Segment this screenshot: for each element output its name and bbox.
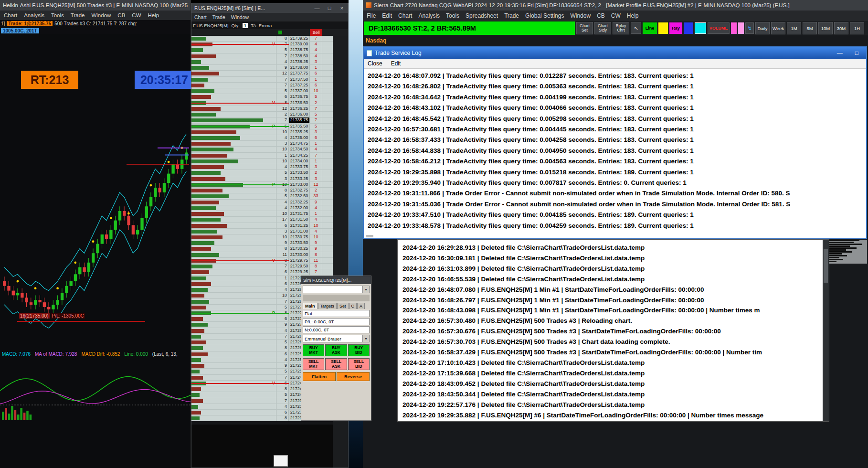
- minimize-icon[interactable]: —: [311, 5, 323, 11]
- minimize-icon[interactable]: —: [837, 50, 843, 56]
- price-cell[interactable]: 21735.25: [289, 129, 310, 135]
- ask-size-cell[interactable]: 4: [310, 47, 322, 53]
- ask-size-cell[interactable]: 1: [310, 211, 322, 216]
- menu-cb[interactable]: CB: [597, 12, 605, 19]
- bid-size-cell[interactable]: 1: [276, 276, 289, 281]
- magenta-swatch-2[interactable]: [738, 22, 744, 34]
- bid-size-cell[interactable]: 12: [276, 71, 289, 76]
- menu-edit[interactable]: Edit: [391, 60, 401, 67]
- ray-tool-button[interactable]: Ray: [669, 22, 682, 34]
- menu-analysis[interactable]: Analysis: [24, 12, 44, 18]
- menu-chart[interactable]: Chart: [194, 14, 207, 20]
- ask-size-cell[interactable]: 10: [310, 88, 322, 94]
- bid-size-cell[interactable]: 5: [276, 47, 289, 53]
- chart-settings-button[interactable]: Chart Set: [576, 22, 593, 34]
- price-cell[interactable]: 21736.00: [289, 112, 310, 117]
- bid-size-cell[interactable]: 6: [276, 223, 289, 228]
- menu-chart[interactable]: Chart: [4, 12, 17, 18]
- sell-ask-button[interactable]: SELL ASK: [325, 358, 347, 370]
- bid-size-cell[interactable]: 7: [276, 375, 289, 380]
- main-titlebar[interactable]: Sierra Chart 2720 Nasdaq CQG WebAPI 2024…: [363, 0, 868, 11]
- ask-size-cell[interactable]: 4: [310, 53, 322, 59]
- line-tool-button[interactable]: Line: [643, 22, 657, 34]
- bid-size-cell[interactable]: 6: [276, 94, 289, 99]
- bid-size-cell[interactable]: 5: [276, 392, 289, 397]
- ladder-row[interactable]: 721729.508: [191, 264, 333, 269]
- ask-size-cell[interactable]: 10: [310, 234, 322, 240]
- ladder-row[interactable]: 421733.753: [191, 164, 333, 170]
- ask-size-cell[interactable]: 9: [310, 246, 322, 251]
- bid-size-cell[interactable]: 4: [276, 164, 289, 170]
- order-type-combo[interactable]: ▾: [303, 286, 370, 293]
- ladder-row[interactable]: 121734.257: [191, 153, 333, 159]
- timeframe-daily[interactable]: Daily: [755, 22, 770, 34]
- ladder-row[interactable]: 421738.253: [191, 59, 333, 65]
- bid-size-cell[interactable]: 11: [276, 252, 289, 257]
- maximize-icon[interactable]: □: [855, 50, 858, 56]
- price-cell[interactable]: 21738.75: [289, 47, 310, 53]
- price-cell[interactable]: 21729.50: [289, 264, 310, 269]
- chart-studies-button[interactable]: Chart Stdy: [594, 22, 611, 34]
- ladder-row[interactable]: V721739.004: [191, 42, 333, 47]
- ask-size-cell[interactable]: 1: [310, 141, 322, 146]
- menu-edit[interactable]: Edit: [382, 12, 392, 19]
- qty-value[interactable]: 1: [243, 23, 248, 28]
- ladder-row[interactable]: 821739.257: [191, 36, 333, 42]
- bid-size-cell[interactable]: 6: [276, 281, 289, 287]
- account-combo[interactable]: Emmanuel Brauer ▾: [303, 335, 370, 342]
- bid-size-cell[interactable]: 2: [276, 112, 289, 117]
- menu-cw[interactable]: CW: [132, 12, 141, 18]
- bid-size-cell[interactable]: 9: [276, 65, 289, 70]
- maximize-icon[interactable]: □: [323, 5, 336, 11]
- tab-main[interactable]: Main: [303, 303, 318, 309]
- bid-size-cell[interactable]: 8: [276, 415, 289, 421]
- bid-size-cell[interactable]: 10: [276, 234, 289, 240]
- price-cell[interactable]: 21732.00: [289, 205, 310, 211]
- menu-trade[interactable]: Trade: [504, 12, 519, 19]
- menu-tools[interactable]: Tools: [446, 12, 459, 19]
- close-icon[interactable]: ×: [336, 5, 348, 11]
- ask-size-cell[interactable]: 7: [310, 153, 322, 158]
- bid-size-cell[interactable]: 9: [276, 322, 289, 327]
- ask-size-cell[interactable]: 4: [310, 42, 322, 47]
- ask-size-cell[interactable]: 11: [310, 258, 322, 263]
- magenta-swatch-1[interactable]: [731, 22, 737, 34]
- chevron-down-icon[interactable]: ▾: [362, 335, 369, 342]
- ask-size-cell[interactable]: 6: [310, 83, 322, 88]
- bid-size-cell[interactable]: 4: [276, 287, 289, 292]
- message-log-scrollbar[interactable]: [823, 240, 829, 421]
- ladder-row[interactable]: 621736.755: [191, 94, 333, 100]
- ladder-row[interactable]: 721738.504: [191, 53, 333, 59]
- buy-ask-button[interactable]: BUY ASK: [325, 344, 347, 356]
- price-cell[interactable]: 21733.25: [289, 176, 310, 181]
- ask-size-cell[interactable]: 7: [310, 269, 322, 275]
- bid-size-cell[interactable]: 4: [276, 59, 289, 64]
- menu-help[interactable]: Help: [627, 12, 639, 19]
- price-cell[interactable]: 21730.25: [289, 246, 310, 251]
- ask-size-cell[interactable]: 9: [310, 240, 322, 245]
- menu-file[interactable]: File: [367, 12, 376, 19]
- timeframe-5m[interactable]: 5M: [803, 22, 817, 34]
- price-cell[interactable]: 21733.00: [289, 182, 310, 187]
- ask-size-cell[interactable]: 1: [310, 77, 322, 82]
- ask-size-cell[interactable]: 8: [310, 264, 322, 269]
- price-cell[interactable]: 21734.75: [289, 141, 310, 146]
- price-cell[interactable]: 21735.50: [289, 124, 310, 129]
- ask-size-cell[interactable]: 4: [310, 217, 322, 222]
- bid-size-cell[interactable]: 4: [276, 404, 289, 409]
- tab-targets[interactable]: Targets: [318, 303, 337, 309]
- ladder-row[interactable]: 921738.001: [191, 65, 333, 71]
- price-cell[interactable]: 21734.25: [289, 153, 310, 158]
- bid-size-cell[interactable]: 5: [276, 193, 289, 199]
- price-cell[interactable]: 21730.75: [289, 234, 310, 240]
- ladder-row[interactable]: P1021733.0012: [191, 182, 333, 188]
- price-cell[interactable]: 21732.75: [289, 188, 310, 193]
- tab-a[interactable]: A: [357, 303, 365, 309]
- pointer-tool-icon[interactable]: ↖: [631, 22, 641, 34]
- bid-size-cell[interactable]: 9: [276, 363, 289, 368]
- price-cell[interactable]: 21729.75: [289, 258, 310, 263]
- menu-window[interactable]: Window: [231, 14, 249, 20]
- bid-size-cell[interactable]: 4: [276, 135, 289, 140]
- ask-size-cell[interactable]: 8: [310, 252, 322, 257]
- menu-trade[interactable]: Trade: [212, 14, 225, 20]
